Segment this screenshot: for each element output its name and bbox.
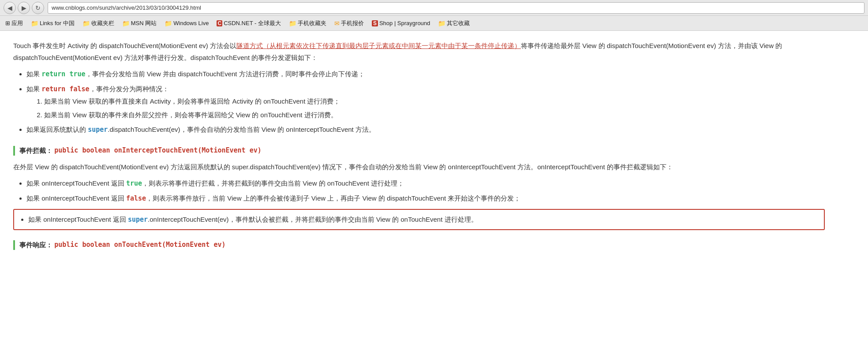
bookmark-mobile-fav[interactable]: 📁 手机收藏夹 bbox=[285, 18, 330, 29]
content-area: Touch 事件发生时 Activity 的 dispatchTouchEven… bbox=[0, 31, 838, 264]
refresh-button[interactable]: ↻ bbox=[32, 2, 44, 14]
intercept-intro: 在外层 View 的 dispatchTouchEvent(MotionEven… bbox=[13, 161, 825, 173]
folder-icon: 📁 bbox=[122, 20, 130, 27]
bookmark-shop[interactable]: S Shop | Sprayground bbox=[368, 19, 434, 28]
folder-icon: 📁 bbox=[31, 20, 38, 27]
bookmark-windows-live-label: Windows Live bbox=[173, 20, 209, 26]
bookmark-msn-label: MSN 网站 bbox=[131, 19, 157, 27]
bookmark-windows-live[interactable]: 📁 Windows Live bbox=[161, 19, 212, 28]
list-item-3: 如果返回系统默认的 super.dispatchTouchEvent(ev)，事… bbox=[26, 123, 825, 136]
star-icon: ✉ bbox=[334, 20, 340, 27]
intercept-heading: 事件拦截： public boolean onInterceptTouchEve… bbox=[13, 145, 825, 156]
bookmark-apps-label: 应用 bbox=[11, 19, 23, 27]
bookmark-msn[interactable]: 📁 MSN 网站 bbox=[119, 18, 161, 29]
dispatch-list: 如果 return true，事件会分发给当前 View 并由 dispatch… bbox=[26, 68, 825, 136]
bookmark-csdn[interactable]: C CSDN.NET - 全球最大 bbox=[213, 18, 284, 29]
forward-button[interactable]: ▶ bbox=[18, 2, 30, 14]
folder-icon: 📁 bbox=[438, 20, 445, 27]
bookmark-others[interactable]: 📁 其它收藏 bbox=[434, 18, 473, 29]
heading2-bold: public boolean onTouchEvent(MotionEvent … bbox=[54, 239, 225, 251]
super-code: super bbox=[88, 126, 108, 134]
heading2-prefix: 事件响应： bbox=[19, 239, 52, 251]
sub-item-2: 如果当前 View 获取的事件来自外层父控件，则会将事件返回给父 View 的 … bbox=[44, 109, 825, 121]
bookmark-favorites[interactable]: 📁 收藏夹栏 bbox=[79, 18, 118, 29]
bookmark-apps[interactable]: ⊞ 应用 bbox=[2, 18, 26, 29]
highlight-box: 如果 onInterceptTouchEvent 返回 super.onInte… bbox=[13, 209, 825, 230]
bookmark-mobile-fav-label: 手机收藏夹 bbox=[298, 19, 326, 27]
bookmark-links-china[interactable]: 📁 Links for 中国 bbox=[27, 18, 78, 29]
list-item-1: 如果 return true，事件会分发给当前 View 并由 dispatch… bbox=[26, 68, 825, 80]
intro-text-1: Touch 事件发生时 Activity 的 dispatchTouchEven… bbox=[13, 42, 236, 49]
response-heading: 事件响应： public boolean onTouchEvent(Motion… bbox=[13, 239, 825, 251]
bullet1-pre: 如果 bbox=[26, 70, 41, 78]
intercept-b3-post: .onInterceptTouchEvent(ev)，事件默认会被拦截，并将拦截… bbox=[148, 216, 477, 223]
bookmark-others-label: 其它收藏 bbox=[447, 19, 470, 27]
intercept-b1-post: ，则表示将事件进行拦截，并将拦截到的事件交由当前 View 的 onTouchE… bbox=[142, 179, 404, 187]
bookmark-links-china-label: Links for 中国 bbox=[40, 19, 75, 27]
highlight-list: 如果 onInterceptTouchEvent 返回 super.onInte… bbox=[28, 213, 818, 226]
super-code-2: super bbox=[128, 216, 148, 223]
bookmark-favorites-label: 收藏夹栏 bbox=[91, 19, 114, 27]
intercept-b2-pre: 如果 onInterceptTouchEvent 返回 bbox=[26, 194, 126, 202]
csdn-icon: C bbox=[217, 20, 222, 26]
sub-list: 如果当前 View 获取的事件直接来自 Activity，则会将事件返回给 Ac… bbox=[44, 95, 825, 121]
folder-icon: 📁 bbox=[165, 20, 172, 27]
back-button[interactable]: ◀ bbox=[4, 2, 16, 14]
heading-bold: public boolean onInterceptTouchEvent(Mot… bbox=[54, 145, 262, 156]
list-item-2: 如果 return false，事件分发分为两种情况： 如果当前 View 获取… bbox=[26, 83, 825, 121]
bookmark-mobile-price[interactable]: ✉ 手机报价 bbox=[331, 18, 367, 29]
apps-icon: ⊞ bbox=[5, 20, 10, 26]
sub-item-1: 如果当前 View 获取的事件直接来自 Activity，则会将事件返回给 Ac… bbox=[44, 95, 825, 107]
bullet2-pre: 如果 bbox=[26, 85, 41, 93]
intercept-b1-pre: 如果 onInterceptTouchEvent 返回 bbox=[26, 179, 126, 187]
return-true-code: return true bbox=[41, 70, 85, 78]
folder-icon: 📁 bbox=[82, 20, 90, 27]
folder-icon: 📁 bbox=[289, 20, 296, 27]
browser-toolbar: ◀ ▶ ↻ bbox=[0, 0, 868, 16]
bullet1-post: ，事件会分发给当前 View 并由 dispatchTouchEvent 方法进… bbox=[86, 70, 365, 78]
bookmark-mobile-price-label: 手机报价 bbox=[341, 19, 364, 27]
true-code: true bbox=[126, 179, 142, 187]
intercept-item-2: 如果 onInterceptTouchEvent 返回 false，则表示将事件… bbox=[26, 192, 825, 205]
bookmark-csdn-label: CSDN.NET - 全球最大 bbox=[224, 19, 281, 27]
tunnel-link[interactable]: 隧道方式（从根元素依次往下传递直到最内层子元素或在中间某一元素中由于某一条件停止… bbox=[236, 42, 521, 49]
intercept-item-1: 如果 onInterceptTouchEvent 返回 true，则表示将事件进… bbox=[26, 177, 825, 190]
bullet2-post: ，事件分发分为两种情况： bbox=[90, 85, 169, 93]
bookmarks-bar: ⊞ 应用 📁 Links for 中国 📁 收藏夹栏 📁 MSN 网站 📁 Wi… bbox=[0, 16, 868, 31]
address-bar[interactable] bbox=[48, 2, 864, 14]
heading-bar bbox=[13, 146, 15, 156]
bookmark-shop-label: Shop | Sprayground bbox=[379, 20, 430, 26]
false-code: false bbox=[126, 194, 146, 202]
intercept-list: 如果 onInterceptTouchEvent 返回 true，则表示将事件进… bbox=[26, 177, 825, 205]
heading-bar-2 bbox=[13, 240, 15, 250]
heading-prefix: 事件拦截： bbox=[19, 145, 52, 156]
bullet3-pre: 如果返回系统默认的 bbox=[26, 126, 88, 133]
bullet3-post: .dispatchTouchEvent(ev)，事件会自动的分发给当前 View… bbox=[108, 126, 375, 133]
shop-icon: S bbox=[372, 20, 378, 26]
intro-paragraph: Touch 事件发生时 Activity 的 dispatchTouchEven… bbox=[13, 40, 825, 63]
intercept-b3-pre: 如果 onInterceptTouchEvent 返回 bbox=[28, 216, 128, 223]
intercept-b2-post: ，则表示将事件放行，当前 View 上的事件会被传递到子 View 上，再由子 … bbox=[146, 194, 520, 202]
nav-buttons[interactable]: ◀ ▶ ↻ bbox=[4, 2, 44, 14]
return-false-code: return false bbox=[41, 85, 89, 93]
highlight-item-1: 如果 onInterceptTouchEvent 返回 super.onInte… bbox=[28, 213, 818, 226]
